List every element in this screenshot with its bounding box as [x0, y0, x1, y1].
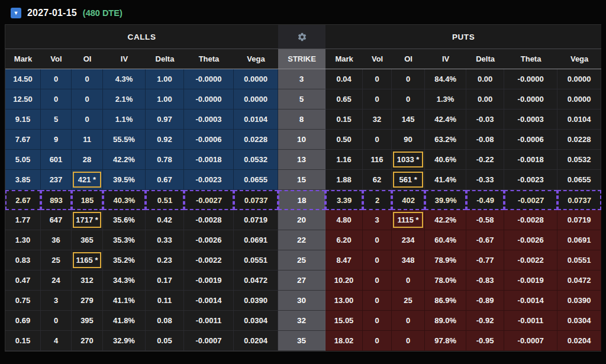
put-mark-cell: 3.39 [325, 190, 363, 210]
put-vega-cell: 0.0532 [557, 150, 601, 170]
put-vega-cell: 0.0719 [557, 210, 601, 230]
column-header-oi: OI [72, 49, 103, 69]
put-vol-cell: 0 [363, 270, 392, 291]
call-vol-cell: 24 [41, 270, 72, 291]
call-vega-cell: 0.0228 [234, 130, 278, 150]
call-vol-cell: 4 [41, 331, 72, 351]
call-vega-cell: 0.0000 [234, 69, 278, 89]
put-vega-cell: 0.0691 [557, 230, 601, 250]
put-iv-cell: 86.9% [425, 291, 466, 311]
put-mark-cell: 6.20 [325, 230, 363, 250]
put-delta-cell: -0.49 [466, 190, 504, 210]
call-iv-cell: 1.1% [103, 109, 146, 130]
strike-cell: 13 [278, 150, 325, 170]
call-mark-cell: 7.67 [5, 130, 41, 150]
put-oi-cell: 1033 * [392, 150, 425, 170]
column-header-delta: Delta [466, 49, 504, 69]
option-row-strike-13: 5.056012842.2%0.78-0.00180.0532131.16116… [5, 150, 601, 170]
call-vega-cell: 0.0390 [234, 291, 278, 311]
option-row-strike-15: 3.85237421 *39.5%0.67-0.00230.0655151.88… [5, 170, 601, 190]
put-vega-cell: 0.0000 [557, 89, 601, 109]
put-theta-cell: -0.0026 [504, 230, 557, 250]
call-oi-cell: 1717 * [72, 210, 103, 230]
call-theta-cell: -0.0028 [184, 210, 234, 230]
call-mark-cell: 2.67 [5, 190, 41, 210]
put-vol-cell: 32 [363, 109, 392, 130]
call-vega-cell: 0.0655 [234, 170, 278, 190]
call-oi-cell: 312 [72, 270, 103, 291]
call-vega-cell: 0.0737 [234, 190, 278, 210]
column-header-iv: IV [103, 49, 146, 69]
options-chain-table: CALLS PUTS MarkVolOIIVDeltaThetaVegaSTRI… [5, 25, 601, 351]
call-delta-cell: 1.00 [146, 89, 184, 109]
call-theta-cell: -0.0026 [184, 230, 234, 250]
put-vol-cell: 2 [363, 190, 392, 210]
call-iv-cell: 39.5% [103, 170, 146, 190]
call-delta-cell: 0.33 [146, 230, 184, 250]
call-theta-cell: -0.0011 [184, 311, 234, 331]
put-iv-cell: 1.3% [425, 89, 466, 109]
gear-icon [297, 32, 307, 42]
option-row-strike-3: 14.50004.3%1.00-0.00000.000030.040084.4%… [5, 69, 601, 89]
option-row-strike-30: 0.75327941.1%0.11-0.00140.03903013.00025… [5, 291, 601, 311]
column-header-iv: IV [425, 49, 466, 69]
expiration-header-bar: ▼ 2027-01-15 (480 DTE) [0, 0, 606, 24]
put-mark-cell: 13.00 [325, 291, 363, 311]
dte-badge: (480 DTE) [83, 8, 123, 18]
put-vol-cell: 0 [363, 331, 392, 351]
put-mark-cell: 0.65 [325, 89, 363, 109]
oi-highlight-box: 421 * [73, 172, 101, 188]
option-row-strike-22: 1.303636535.3%0.33-0.00260.0691226.20023… [5, 230, 601, 250]
put-iv-cell: 42.2% [425, 210, 466, 230]
strike-column-header: STRIKE [278, 49, 325, 69]
call-mark-cell: 0.75 [5, 291, 41, 311]
call-theta-cell: -0.0027 [184, 190, 234, 210]
expander-button[interactable]: ▼ [11, 8, 21, 18]
call-iv-cell: 32.9% [103, 331, 146, 351]
strike-cell: 10 [278, 130, 325, 150]
put-vega-cell: 0.0472 [557, 270, 601, 291]
put-vega-cell: 0.0304 [557, 311, 601, 331]
call-mark-cell: 0.83 [5, 250, 41, 270]
column-header-delta: Delta [146, 49, 184, 69]
put-iv-cell: 78.0% [425, 270, 466, 291]
call-theta-cell: -0.0007 [184, 331, 234, 351]
put-vol-cell: 0 [363, 230, 392, 250]
strike-cell: 18 [278, 190, 325, 210]
strike-cell: 35 [278, 331, 325, 351]
call-vega-cell: 0.0719 [234, 210, 278, 230]
option-rows: 14.50004.3%1.00-0.00000.000030.040084.4%… [5, 69, 601, 351]
call-theta-cell: -0.0014 [184, 291, 234, 311]
chain-panel: CALLS PUTS MarkVolOIIVDeltaThetaVegaSTRI… [5, 24, 601, 352]
put-iv-cell: 63.2% [425, 130, 466, 150]
oi-highlight-box: 1165 * [73, 252, 101, 268]
put-oi-cell: 1115 * [392, 210, 425, 230]
put-vol-cell: 62 [363, 170, 392, 190]
settings-button[interactable] [278, 25, 325, 49]
call-vol-cell: 0 [41, 89, 72, 109]
call-vega-cell: 0.0532 [234, 150, 278, 170]
call-vega-cell: 0.0472 [234, 270, 278, 291]
put-mark-cell: 0.15 [325, 109, 363, 130]
put-vol-cell: 0 [363, 130, 392, 150]
call-iv-cell: 41.1% [103, 291, 146, 311]
put-theta-cell: -0.0027 [504, 190, 557, 210]
call-vol-cell: 893 [41, 190, 72, 210]
put-oi-cell: 0 [392, 89, 425, 109]
put-iv-cell: 97.8% [425, 331, 466, 351]
put-delta-cell: -0.77 [466, 250, 504, 270]
put-theta-cell: -0.0006 [504, 130, 557, 150]
column-header-vol: Vol [41, 49, 72, 69]
triangle-down-icon: ▼ [14, 10, 19, 15]
strike-cell: 22 [278, 230, 325, 250]
put-vol-cell: 0 [363, 250, 392, 270]
put-vega-cell: 0.0551 [557, 250, 601, 270]
column-header-oi: OI [392, 49, 425, 69]
call-vol-cell: 647 [41, 210, 72, 230]
call-vol-cell: 25 [41, 250, 72, 270]
put-mark-cell: 4.80 [325, 210, 363, 230]
call-vol-cell: 237 [41, 170, 72, 190]
options-chain-widget: ▼ 2027-01-15 (480 DTE) CALLS PUTS [0, 0, 606, 352]
put-theta-cell: -0.0028 [504, 210, 557, 230]
put-mark-cell: 0.50 [325, 130, 363, 150]
